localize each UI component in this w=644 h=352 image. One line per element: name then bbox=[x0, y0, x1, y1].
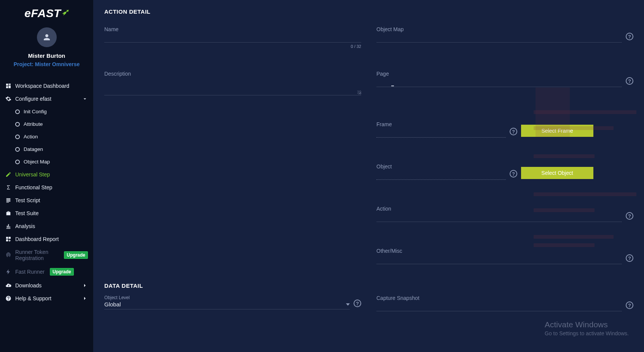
nav-universal-step[interactable]: Universal Step bbox=[0, 168, 93, 181]
nav-analysis[interactable]: Analysis bbox=[0, 220, 93, 233]
help-icon[interactable]: ? bbox=[626, 254, 633, 262]
nav-label: Workspace Dashboard bbox=[15, 83, 69, 89]
dashboard-icon bbox=[5, 83, 11, 89]
upgrade-badge[interactable]: Upgrade bbox=[50, 268, 74, 276]
row-frame: Frame ? Select Frame bbox=[376, 121, 633, 138]
nav-label: Downloads bbox=[15, 282, 41, 289]
chevron-down-icon bbox=[346, 303, 350, 306]
other-input[interactable] bbox=[376, 255, 622, 262]
select-object-button[interactable]: Select Object bbox=[521, 167, 593, 179]
object-map-input[interactable] bbox=[376, 33, 622, 41]
field-object-level: Object Level Global bbox=[104, 295, 350, 309]
watermark-line2: Go to Settings to activate Windows. bbox=[545, 330, 629, 338]
help-icon[interactable]: ? bbox=[626, 212, 633, 220]
user-name: Mister Burton bbox=[28, 52, 65, 59]
row-object-level: Object Level Global ? bbox=[104, 295, 361, 309]
chevron-right-icon bbox=[82, 295, 88, 301]
help-icon[interactable]: ? bbox=[626, 77, 633, 85]
briefcase-icon bbox=[5, 210, 11, 216]
label-description: Description bbox=[104, 71, 361, 77]
label-capture-snapshot: Capture Snapshot bbox=[376, 295, 622, 301]
cloud-download-icon bbox=[5, 282, 11, 289]
nav-runner-token[interactable]: Runner Token Registration Upgrade bbox=[0, 246, 93, 265]
help-icon bbox=[5, 295, 11, 301]
row-object-map: Object Map ? bbox=[376, 26, 633, 43]
chevron-right-icon bbox=[82, 282, 88, 289]
nav-label: Action bbox=[24, 134, 38, 140]
nav-init-config[interactable]: Init Config bbox=[0, 105, 93, 118]
label-frame: Frame bbox=[376, 121, 506, 127]
windows-activation-watermark: Activate Windows Go to Settings to activ… bbox=[545, 319, 629, 338]
nav-object-map[interactable]: Object Map bbox=[0, 155, 93, 168]
nav-downloads[interactable]: Downloads bbox=[0, 279, 93, 292]
nav-label: Configure efast bbox=[15, 96, 51, 102]
help-icon[interactable]: ? bbox=[510, 170, 517, 178]
field-capture-snapshot: Capture Snapshot bbox=[376, 295, 622, 311]
grid-plus-icon bbox=[5, 236, 11, 242]
action-input[interactable] bbox=[376, 212, 622, 220]
resize-handle-icon[interactable] bbox=[357, 90, 361, 94]
label-object: Object bbox=[376, 163, 506, 170]
nav-label: Object Map bbox=[24, 159, 50, 165]
radio-icon bbox=[15, 135, 20, 139]
description-input[interactable] bbox=[104, 78, 361, 92]
avatar[interactable] bbox=[37, 27, 57, 47]
object-input[interactable] bbox=[376, 170, 506, 178]
field-page: Page bbox=[376, 71, 622, 87]
help-icon[interactable]: ? bbox=[626, 33, 633, 40]
chevron-down-icon bbox=[82, 96, 88, 102]
label-object-level: Object Level bbox=[104, 295, 350, 300]
name-counter: 0 / 32 bbox=[104, 44, 361, 49]
nav-test-script[interactable]: Test Script bbox=[0, 194, 93, 207]
nav-configure-efast[interactable]: Configure efast bbox=[0, 92, 93, 105]
nav-attribute[interactable]: Attribute bbox=[0, 118, 93, 130]
nav-fast-runner[interactable]: Fast Runner Upgrade bbox=[0, 265, 93, 279]
section-title-action-detail: ACTION DETAIL bbox=[104, 8, 633, 15]
logo-part2: FAST bbox=[31, 7, 61, 20]
row-name: Name 0 / 32 bbox=[104, 26, 361, 49]
fingerprint-icon bbox=[5, 252, 11, 258]
nav-label: Datagen bbox=[24, 146, 43, 152]
logo-accent-icon: ➶ bbox=[62, 7, 69, 17]
capture-snapshot-input[interactable] bbox=[376, 302, 622, 309]
sidebar: eFAST➶ Mister Burton Project: Mister Omn… bbox=[0, 0, 94, 352]
upgrade-badge[interactable]: Upgrade bbox=[64, 251, 88, 259]
radio-icon bbox=[15, 122, 20, 127]
nav-help-support[interactable]: Help & Support bbox=[0, 292, 93, 305]
nav-action[interactable]: Action bbox=[0, 130, 93, 143]
watermark-line1: Activate Windows bbox=[545, 319, 629, 330]
row-other: Other/Misc ? bbox=[376, 248, 633, 264]
nav-label: Dashboard Report bbox=[15, 236, 59, 242]
help-icon[interactable]: ? bbox=[626, 301, 633, 309]
help-icon[interactable]: ? bbox=[354, 300, 361, 307]
row-capture-snapshot: Capture Snapshot ? bbox=[376, 295, 633, 311]
select-frame-button[interactable]: Select Frame bbox=[521, 125, 593, 137]
nav-label: Runner Token Registration bbox=[15, 249, 59, 261]
user-block: Mister Burton Project: Mister Omniverse bbox=[0, 27, 93, 76]
field-description: Description bbox=[104, 71, 361, 95]
nav-workspace-dashboard[interactable]: Workspace Dashboard bbox=[0, 79, 93, 92]
field-object-map: Object Map bbox=[376, 26, 622, 43]
label-action: Action bbox=[376, 206, 622, 212]
nav-label: Help & Support bbox=[15, 295, 51, 301]
logo-wrap: eFAST➶ bbox=[0, 7, 93, 20]
edit-icon bbox=[5, 171, 11, 178]
nav-label: Test Suite bbox=[15, 210, 38, 216]
row-description: Description bbox=[104, 71, 361, 95]
help-icon[interactable]: ? bbox=[510, 128, 517, 135]
nav-label: Attribute bbox=[24, 121, 43, 127]
field-other: Other/Misc bbox=[376, 248, 622, 264]
nav-test-suite[interactable]: Test Suite bbox=[0, 207, 93, 220]
object-level-select[interactable]: Global bbox=[104, 301, 350, 308]
nav-datagen[interactable]: Datagen bbox=[0, 143, 93, 155]
page-input[interactable] bbox=[376, 78, 622, 85]
nav-dashboard-report[interactable]: Dashboard Report bbox=[0, 233, 93, 246]
frame-input[interactable] bbox=[376, 128, 506, 136]
nav-functional-step[interactable]: Functional Step bbox=[0, 181, 93, 194]
section-title-data-detail: DATA DETAIL bbox=[104, 282, 633, 289]
nav-label: Init Config bbox=[24, 109, 47, 114]
nav-label: Analysis bbox=[15, 223, 35, 229]
action-detail-form: Name 0 / 32 Object Map ? Description bbox=[104, 26, 633, 264]
name-input[interactable] bbox=[104, 33, 361, 41]
label-page: Page bbox=[376, 71, 622, 77]
